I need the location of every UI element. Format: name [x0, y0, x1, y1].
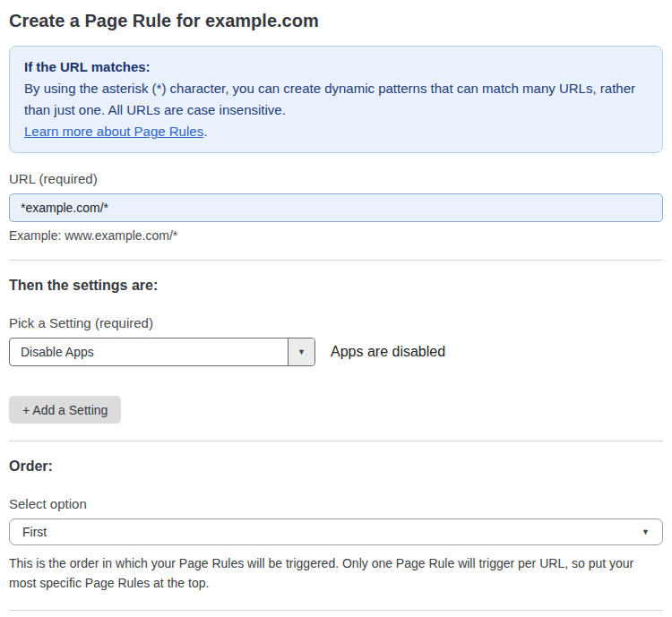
order-help-text: This is the order in which your Page Rul… — [9, 553, 663, 593]
order-section-heading: Order: — [9, 458, 663, 475]
order-select-value: First — [22, 525, 47, 539]
setting-row: Disable Apps ▼ Apps are disabled — [9, 338, 663, 366]
url-example-hint: Example: www.example.com/* — [9, 228, 663, 243]
learn-more-link[interactable]: Learn more about Page Rules — [24, 124, 203, 139]
order-select[interactable]: First ▼ — [9, 518, 663, 545]
add-setting-button[interactable]: + Add a Setting — [9, 396, 121, 424]
caret-down-icon[interactable]: ▼ — [288, 338, 314, 365]
pick-setting-label: Pick a Setting (required) — [9, 315, 663, 330]
caret-down-icon: ▼ — [642, 527, 650, 536]
order-select-label: Select option — [9, 496, 663, 511]
info-box-heading: If the URL matches: — [24, 56, 648, 78]
setting-status-text: Apps are disabled — [331, 344, 445, 360]
divider — [9, 260, 663, 261]
url-field-label: URL (required) — [9, 171, 663, 186]
page-title: Create a Page Rule for example.com — [9, 11, 663, 31]
setting-select[interactable]: Disable Apps ▼ — [9, 338, 315, 366]
setting-select-value: Disable Apps — [10, 338, 288, 365]
link-suffix: . — [203, 124, 207, 139]
info-box-link-line: Learn more about Page Rules. — [24, 121, 648, 142]
divider — [9, 610, 663, 611]
settings-section-heading: Then the settings are: — [9, 278, 663, 294]
info-box-body: By using the asterisk (*) character, you… — [24, 78, 648, 121]
url-input[interactable] — [9, 193, 663, 222]
divider — [9, 441, 663, 441]
url-match-info-box: If the URL matches: By using the asteris… — [9, 46, 663, 153]
